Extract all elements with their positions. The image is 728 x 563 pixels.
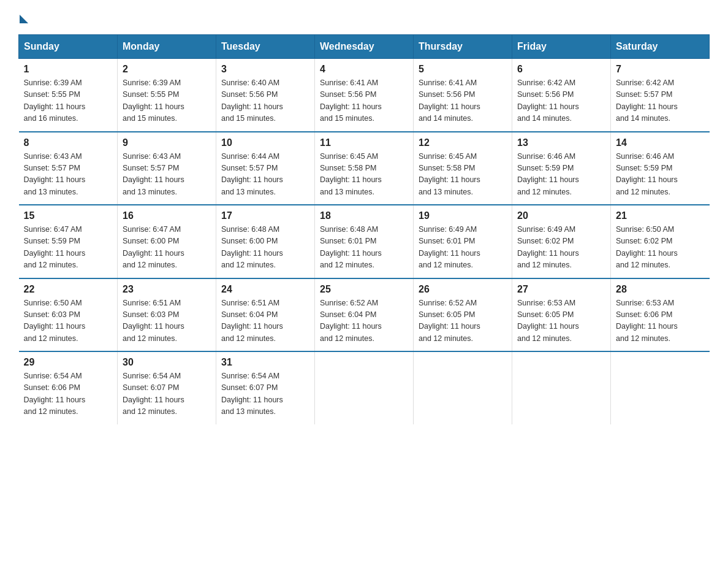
- calendar-day-cell: 3Sunrise: 6:40 AMSunset: 5:56 PMDaylight…: [216, 59, 315, 132]
- day-number: 30: [123, 357, 211, 368]
- day-number: 9: [123, 137, 211, 148]
- day-info: Sunrise: 6:50 AMSunset: 6:02 PMDaylight:…: [616, 224, 705, 272]
- day-number: 31: [221, 357, 309, 368]
- day-info: Sunrise: 6:53 AMSunset: 6:06 PMDaylight:…: [616, 297, 705, 345]
- calendar-week-row: 29Sunrise: 6:54 AMSunset: 6:06 PMDayligh…: [19, 351, 710, 424]
- day-number: 8: [24, 137, 113, 148]
- day-number: 6: [517, 64, 605, 75]
- day-info: Sunrise: 6:46 AMSunset: 5:59 PMDaylight:…: [616, 151, 705, 199]
- day-number: 21: [616, 210, 705, 221]
- calendar-day-cell: 20Sunrise: 6:49 AMSunset: 6:02 PMDayligh…: [512, 205, 611, 278]
- day-info: Sunrise: 6:39 AMSunset: 5:55 PMDaylight:…: [123, 77, 211, 125]
- calendar-day-cell: 7Sunrise: 6:42 AMSunset: 5:57 PMDaylight…: [611, 59, 710, 132]
- calendar-day-cell: 25Sunrise: 6:52 AMSunset: 6:04 PMDayligh…: [315, 278, 414, 352]
- day-number: 1: [24, 64, 113, 75]
- calendar-day-cell: 8Sunrise: 6:43 AMSunset: 5:57 PMDaylight…: [19, 132, 118, 205]
- logo: [18, 12, 28, 23]
- calendar-week-row: 22Sunrise: 6:50 AMSunset: 6:03 PMDayligh…: [19, 278, 710, 352]
- day-number: 28: [616, 284, 705, 295]
- day-number: 27: [517, 284, 605, 295]
- day-info: Sunrise: 6:49 AMSunset: 6:01 PMDaylight:…: [419, 224, 507, 272]
- calendar-body: 1Sunrise: 6:39 AMSunset: 5:55 PMDaylight…: [19, 59, 710, 424]
- day-number: 10: [221, 137, 309, 148]
- day-number: 26: [419, 284, 507, 295]
- calendar-day-cell: 13Sunrise: 6:46 AMSunset: 5:59 PMDayligh…: [512, 132, 611, 205]
- day-info: Sunrise: 6:43 AMSunset: 5:57 PMDaylight:…: [24, 151, 113, 199]
- day-header-thursday: Thursday: [414, 35, 512, 59]
- day-number: 24: [221, 284, 309, 295]
- day-number: 7: [616, 64, 705, 75]
- day-number: 23: [123, 284, 211, 295]
- day-header-sunday: Sunday: [19, 35, 118, 59]
- day-info: Sunrise: 6:45 AMSunset: 5:58 PMDaylight:…: [419, 151, 507, 199]
- calendar-day-cell: [611, 351, 710, 424]
- day-number: 4: [320, 64, 408, 75]
- calendar-day-cell: 23Sunrise: 6:51 AMSunset: 6:03 PMDayligh…: [118, 278, 216, 352]
- day-info: Sunrise: 6:43 AMSunset: 5:57 PMDaylight:…: [123, 151, 211, 199]
- day-info: Sunrise: 6:48 AMSunset: 6:01 PMDaylight:…: [320, 224, 408, 272]
- day-info: Sunrise: 6:45 AMSunset: 5:58 PMDaylight:…: [320, 151, 408, 199]
- calendar-day-cell: 24Sunrise: 6:51 AMSunset: 6:04 PMDayligh…: [216, 278, 315, 352]
- day-info: Sunrise: 6:53 AMSunset: 6:05 PMDaylight:…: [517, 297, 605, 345]
- day-info: Sunrise: 6:54 AMSunset: 6:06 PMDaylight:…: [24, 370, 113, 418]
- calendar-day-cell: 17Sunrise: 6:48 AMSunset: 6:00 PMDayligh…: [216, 205, 315, 278]
- day-number: 16: [123, 210, 211, 221]
- calendar-day-cell: 31Sunrise: 6:54 AMSunset: 6:07 PMDayligh…: [216, 351, 315, 424]
- calendar-day-cell: 4Sunrise: 6:41 AMSunset: 5:56 PMDaylight…: [315, 59, 414, 132]
- day-info: Sunrise: 6:39 AMSunset: 5:55 PMDaylight:…: [24, 77, 113, 125]
- day-number: 20: [517, 210, 605, 221]
- calendar-day-cell: 12Sunrise: 6:45 AMSunset: 5:58 PMDayligh…: [414, 132, 512, 205]
- calendar-day-cell: 6Sunrise: 6:42 AMSunset: 5:56 PMDaylight…: [512, 59, 611, 132]
- day-number: 15: [24, 210, 113, 221]
- calendar-day-cell: 14Sunrise: 6:46 AMSunset: 5:59 PMDayligh…: [611, 132, 710, 205]
- day-info: Sunrise: 6:51 AMSunset: 6:04 PMDaylight:…: [221, 297, 309, 345]
- calendar-day-cell: 21Sunrise: 6:50 AMSunset: 6:02 PMDayligh…: [611, 205, 710, 278]
- day-info: Sunrise: 6:44 AMSunset: 5:57 PMDaylight:…: [221, 151, 309, 199]
- logo-blue-part: [18, 12, 28, 23]
- calendar-day-cell: [414, 351, 512, 424]
- day-info: Sunrise: 6:50 AMSunset: 6:03 PMDaylight:…: [24, 297, 113, 345]
- calendar-day-cell: 28Sunrise: 6:53 AMSunset: 6:06 PMDayligh…: [611, 278, 710, 352]
- day-header-tuesday: Tuesday: [216, 35, 315, 59]
- day-number: 22: [24, 284, 113, 295]
- day-number: 29: [24, 357, 113, 368]
- day-number: 5: [419, 64, 507, 75]
- day-info: Sunrise: 6:41 AMSunset: 5:56 PMDaylight:…: [320, 77, 408, 125]
- day-number: 13: [517, 137, 605, 148]
- day-info: Sunrise: 6:41 AMSunset: 5:56 PMDaylight:…: [419, 77, 507, 125]
- calendar-day-cell: 10Sunrise: 6:44 AMSunset: 5:57 PMDayligh…: [216, 132, 315, 205]
- day-number: 19: [419, 210, 507, 221]
- day-number: 2: [123, 64, 211, 75]
- calendar-week-row: 8Sunrise: 6:43 AMSunset: 5:57 PMDaylight…: [19, 132, 710, 205]
- day-header-monday: Monday: [118, 35, 216, 59]
- day-info: Sunrise: 6:52 AMSunset: 6:05 PMDaylight:…: [419, 297, 507, 345]
- calendar-week-row: 1Sunrise: 6:39 AMSunset: 5:55 PMDaylight…: [19, 59, 710, 132]
- calendar-day-cell: 11Sunrise: 6:45 AMSunset: 5:58 PMDayligh…: [315, 132, 414, 205]
- day-number: 14: [616, 137, 705, 148]
- calendar-day-cell: [315, 351, 414, 424]
- calendar-day-cell: 2Sunrise: 6:39 AMSunset: 5:55 PMDaylight…: [118, 59, 216, 132]
- calendar-day-cell: 15Sunrise: 6:47 AMSunset: 5:59 PMDayligh…: [19, 205, 118, 278]
- day-info: Sunrise: 6:46 AMSunset: 5:59 PMDaylight:…: [517, 151, 605, 199]
- calendar-day-cell: 30Sunrise: 6:54 AMSunset: 6:07 PMDayligh…: [118, 351, 216, 424]
- page-header: [18, 12, 710, 23]
- calendar-day-cell: 18Sunrise: 6:48 AMSunset: 6:01 PMDayligh…: [315, 205, 414, 278]
- day-info: Sunrise: 6:49 AMSunset: 6:02 PMDaylight:…: [517, 224, 605, 272]
- day-info: Sunrise: 6:47 AMSunset: 5:59 PMDaylight:…: [24, 224, 113, 272]
- day-number: 17: [221, 210, 309, 221]
- calendar-day-cell: 5Sunrise: 6:41 AMSunset: 5:56 PMDaylight…: [414, 59, 512, 132]
- day-number: 3: [221, 64, 309, 75]
- day-info: Sunrise: 6:48 AMSunset: 6:00 PMDaylight:…: [221, 224, 309, 272]
- calendar-day-cell: 9Sunrise: 6:43 AMSunset: 5:57 PMDaylight…: [118, 132, 216, 205]
- calendar-header: SundayMondayTuesdayWednesdayThursdayFrid…: [19, 35, 710, 59]
- day-number: 11: [320, 137, 408, 148]
- calendar-day-cell: 1Sunrise: 6:39 AMSunset: 5:55 PMDaylight…: [19, 59, 118, 132]
- days-header-row: SundayMondayTuesdayWednesdayThursdayFrid…: [19, 35, 710, 59]
- day-info: Sunrise: 6:47 AMSunset: 6:00 PMDaylight:…: [123, 224, 211, 272]
- day-info: Sunrise: 6:54 AMSunset: 6:07 PMDaylight:…: [221, 370, 309, 418]
- day-number: 12: [419, 137, 507, 148]
- day-number: 25: [320, 284, 408, 295]
- calendar-table: SundayMondayTuesdayWednesdayThursdayFrid…: [18, 34, 710, 424]
- calendar-day-cell: 19Sunrise: 6:49 AMSunset: 6:01 PMDayligh…: [414, 205, 512, 278]
- day-info: Sunrise: 6:42 AMSunset: 5:56 PMDaylight:…: [517, 77, 605, 125]
